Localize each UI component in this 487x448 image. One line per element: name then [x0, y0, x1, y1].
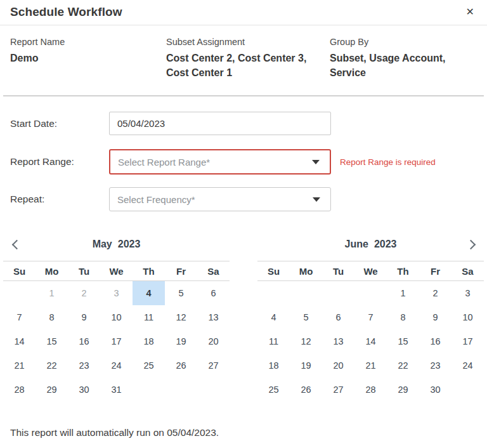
day-cell[interactable]: 21: [3, 353, 36, 378]
day-cell[interactable]: 14: [354, 329, 387, 353]
empty-day-cell: [322, 281, 354, 305]
day-cell[interactable]: 31: [100, 378, 133, 402]
weekday-label: Th: [387, 266, 419, 277]
day-cell[interactable]: 14: [3, 329, 36, 353]
group-by-label: Group By: [330, 37, 477, 47]
repeat-select[interactable]: Select Frequency*: [109, 187, 331, 211]
day-cell[interactable]: 24: [451, 353, 484, 378]
day-cell[interactable]: 5: [290, 305, 322, 329]
next-month-button[interactable]: [464, 236, 480, 253]
calendar-header: May 2023: [3, 228, 230, 261]
calendar-month: June: [345, 239, 368, 250]
day-cell[interactable]: 22: [387, 353, 419, 378]
day-cell[interactable]: 18: [257, 353, 290, 378]
day-cell[interactable]: 1: [387, 281, 419, 305]
report-range-label: Report Range:: [10, 156, 109, 168]
day-cell[interactable]: 12: [165, 305, 197, 329]
repeat-row: Repeat: Select Frequency*: [10, 187, 477, 211]
day-cell[interactable]: 27: [322, 378, 354, 402]
empty-day-cell: [354, 281, 387, 305]
weekday-row: SuMoTuWeThFrSa: [257, 261, 484, 281]
caret-down-icon: [313, 197, 320, 202]
day-cell[interactable]: 28: [3, 378, 36, 402]
day-cell[interactable]: 15: [36, 329, 68, 353]
day-cell[interactable]: 30: [68, 378, 100, 402]
prev-month-button[interactable]: [7, 236, 23, 253]
empty-day-cell: [197, 378, 230, 402]
day-cell[interactable]: 23: [419, 353, 451, 378]
day-cell[interactable]: 19: [165, 329, 197, 353]
day-cell[interactable]: 16: [68, 329, 100, 353]
calendar-pair: May 2023 SuMoTuWeThFrSa 1234567891011121…: [0, 228, 487, 402]
report-range-select[interactable]: Select Report Range*: [109, 149, 331, 175]
day-cell[interactable]: 30: [419, 378, 451, 402]
day-cell[interactable]: 20: [322, 353, 354, 378]
day-cell[interactable]: 20: [197, 329, 230, 353]
day-cell[interactable]: 27: [197, 353, 230, 378]
day-cell[interactable]: 13: [322, 329, 354, 353]
day-cell[interactable]: 7: [3, 305, 36, 329]
day-cell[interactable]: 5: [165, 281, 197, 305]
weekday-label: Sa: [197, 266, 230, 277]
day-cell[interactable]: 24: [100, 353, 133, 378]
day-cell[interactable]: 13: [197, 305, 230, 329]
day-cell[interactable]: 8: [387, 305, 419, 329]
weekday-label: Fr: [419, 266, 451, 277]
chevron-left-icon: [11, 239, 22, 249]
close-icon[interactable]: ✕: [464, 6, 477, 18]
day-cell[interactable]: 25: [257, 378, 290, 402]
day-cell[interactable]: 2: [68, 281, 100, 305]
day-cell[interactable]: 25: [133, 353, 165, 378]
start-date-row: Start Date:: [10, 112, 477, 135]
day-cell[interactable]: 18: [133, 329, 165, 353]
empty-day-cell: [290, 281, 322, 305]
day-cell[interactable]: 7: [354, 305, 387, 329]
calendar-year: 2023: [374, 239, 397, 250]
day-cell[interactable]: 26: [165, 353, 197, 378]
day-cell[interactable]: 28: [354, 378, 387, 402]
day-cell[interactable]: 29: [36, 378, 68, 402]
day-cell[interactable]: 6: [197, 281, 230, 305]
dialog-header: Schedule Workflow ✕: [0, 0, 487, 25]
start-date-input[interactable]: [109, 112, 331, 135]
day-cell[interactable]: 10: [451, 305, 484, 329]
report-range-error: Report Range is required: [340, 157, 436, 167]
day-cell[interactable]: 23: [68, 353, 100, 378]
schedule-workflow-dialog: Schedule Workflow ✕ Report Name Demo Sub…: [0, 0, 487, 448]
day-cell[interactable]: 4: [133, 281, 165, 305]
day-cell[interactable]: 1: [36, 281, 68, 305]
day-cell[interactable]: 11: [257, 329, 290, 353]
subset-assignment-value: Cost Center 2, Cost Center 3, Cost Cente…: [166, 51, 317, 80]
day-cell[interactable]: 26: [290, 378, 322, 402]
repeat-label: Repeat:: [10, 194, 109, 205]
day-cell[interactable]: 29: [387, 378, 419, 402]
start-date-label: Start Date:: [10, 118, 109, 129]
weekday-label: Th: [133, 266, 165, 277]
calendar: June 2023 SuMoTuWeThFrSa 123456789101112…: [257, 228, 484, 402]
day-cell[interactable]: 9: [419, 305, 451, 329]
day-cell[interactable]: 16: [419, 329, 451, 353]
subset-assignment-column: Subset Assignment Cost Center 2, Cost Ce…: [166, 37, 330, 80]
day-cell[interactable]: 8: [36, 305, 68, 329]
group-by-value: Subset, Usage Account, Service: [330, 51, 477, 80]
day-cell[interactable]: 3: [451, 281, 484, 305]
day-cell[interactable]: 12: [290, 329, 322, 353]
weekday-label: We: [354, 266, 387, 277]
day-cell[interactable]: 9: [68, 305, 100, 329]
day-cell[interactable]: 15: [387, 329, 419, 353]
day-cell[interactable]: 3: [100, 281, 133, 305]
day-cell[interactable]: 11: [133, 305, 165, 329]
day-cell[interactable]: 10: [100, 305, 133, 329]
day-cell[interactable]: 19: [290, 353, 322, 378]
day-cell[interactable]: 6: [322, 305, 354, 329]
day-cell[interactable]: 21: [354, 353, 387, 378]
weekday-label: Su: [3, 266, 36, 277]
day-cell[interactable]: 17: [100, 329, 133, 353]
day-cell[interactable]: 17: [451, 329, 484, 353]
weekday-label: Fr: [165, 266, 197, 277]
day-cell[interactable]: 22: [36, 353, 68, 378]
day-cell[interactable]: 2: [419, 281, 451, 305]
schedule-form: Start Date: Report Range: Select Report …: [0, 96, 487, 211]
report-name-column: Report Name Demo: [10, 37, 166, 80]
day-cell[interactable]: 4: [257, 305, 290, 329]
